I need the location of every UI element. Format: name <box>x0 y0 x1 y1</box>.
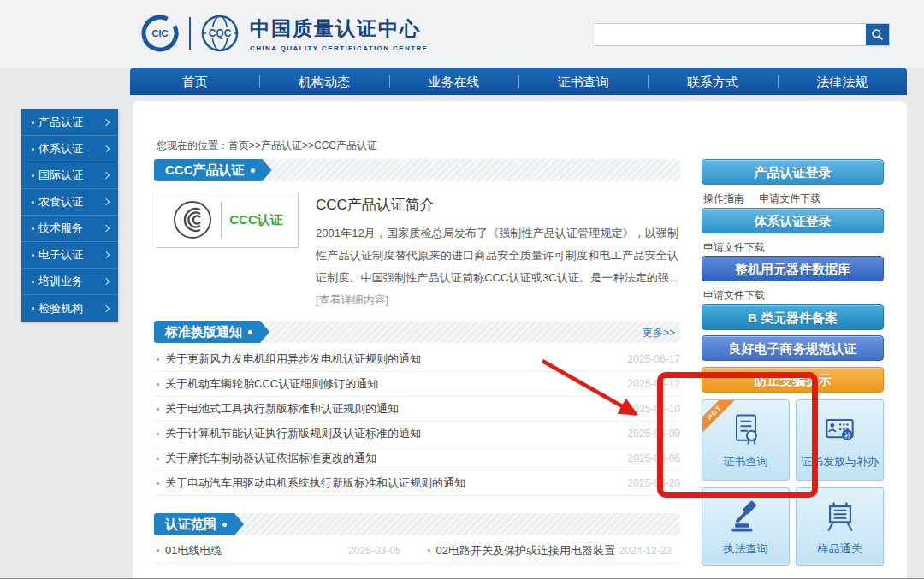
ccc-mark-label: CCC认证 <box>229 212 283 228</box>
bullet-icon <box>157 549 159 552</box>
product-cert-login-button[interactable]: 产品认证登录 <box>702 159 884 185</box>
sample-clearance-card[interactable]: 样品通关 <box>796 487 884 566</box>
search-input[interactable] <box>595 24 866 45</box>
certificate-issue-icon: 补 <box>821 411 859 448</box>
logo-divider <box>189 17 191 50</box>
cert-issue-reissue-card[interactable]: 补 证书发放与补办 <box>796 399 884 481</box>
sidebar-item-label: 国际认证 <box>38 168 83 183</box>
nav-item-home[interactable]: 首页 <box>130 68 259 95</box>
breadcrumb-path[interactable]: 首页>>产品认证>>CCC产品认证 <box>228 139 377 151</box>
ecommerce-cert-button[interactable]: 良好电子商务规范认证 <box>702 335 884 361</box>
sidebar-item-system-cert[interactable]: 体系认证 <box>21 136 118 162</box>
sidebar-item-label: 农食认证 <box>38 194 83 210</box>
sidebar-item-electronic-cert[interactable]: 电子认证 <box>21 242 118 269</box>
notice-row[interactable]: 关于电池式工具执行新版标准和认证规则的通知 2025-06-10 <box>154 397 680 422</box>
section-bar-notice: 标准换版通知 更多>> <box>154 321 680 343</box>
org-titles: 中国质量认证中心 CHINA QUALITY CERTIFICATION CEN… <box>250 15 428 52</box>
notice-title: 关于摩托车制动器认证依据标准更改的通知 <box>165 451 376 466</box>
component-database-button[interactable]: 整机用元器件数据库 <box>702 256 884 281</box>
notice-row[interactable]: 关于电动汽车用驱动电机系统执行新版标准和认证规则的通知 2025-05-20 <box>154 471 680 496</box>
notice-title: 关于电池式工具执行新版标准和认证规则的通知 <box>165 401 399 417</box>
scope-date: 2025-03-05 <box>348 545 409 557</box>
notice-date: 2025-06-12 <box>628 378 680 390</box>
nav-item-cert-query[interactable]: 证书查询 <box>518 68 648 95</box>
sidebar-item-product-cert[interactable]: 产品认证 <box>21 109 118 136</box>
sidebar-item-inspection[interactable]: 检验机构 <box>21 295 118 322</box>
nav-item-contact[interactable]: 联系方式 <box>648 68 777 95</box>
system-cert-login-button[interactable]: 体系认证登录 <box>702 208 884 233</box>
intro-title: CCC产品认证简介 <box>316 195 678 215</box>
more-link[interactable]: 更多>> <box>643 326 675 340</box>
scope-row: 01电线电缆 2025-03-05 02电路开关及保护或连接用电器装置 2024… <box>154 539 680 563</box>
view-details-link[interactable]: [查看详细内容] <box>316 293 388 306</box>
notice-row[interactable]: 关于更新风力发电机组用异步发电机认证规则的通知 2025-06-17 <box>154 347 680 372</box>
site-header: CIC CQC 中国质量认证中心 CHINA QUALITY CERTIFICA… <box>0 0 924 68</box>
bullet-icon <box>157 383 159 386</box>
left-sidebar: 产品认证 体系认证 国际认证 农食认证 技术服务 电子认证 <box>21 109 118 322</box>
notice-title: 关于机动车辆轮胎CCC认证细则修订的通知 <box>165 376 378 392</box>
scope-title: 02电路开关及保护或连接用电器装置 <box>436 543 615 558</box>
section-bar-scope: 认证范围 <box>154 513 680 535</box>
sidebar-item-agrifood-cert[interactable]: 农食认证 <box>21 189 118 216</box>
bullet-icon <box>157 482 159 485</box>
main-nav: 首页 机构动态 业务在线 证书查询 联系方式 法律法规 <box>130 68 907 95</box>
card-label: 执法查询 <box>724 541 768 557</box>
chevron-right-icon <box>103 198 110 205</box>
notice-row[interactable]: 关于机动车辆轮胎CCC认证细则修订的通知 2025-06-12 <box>154 372 680 397</box>
anti-fraud-button[interactable]: 防止受骗提示 <box>702 367 884 393</box>
breadcrumb: 您现在的位置：首页>>产品认证>>CCC产品认证 <box>157 139 377 153</box>
chevron-right-icon <box>103 278 110 285</box>
b-class-component-button[interactable]: B 类元器件备案 <box>702 304 884 330</box>
chevron-right-icon <box>103 145 110 152</box>
search-button[interactable] <box>866 24 889 45</box>
notice-list: 关于更新风力发电机组用异步发电机认证规则的通知 2025-06-17 关于机动车… <box>154 347 680 496</box>
law-enforcement-query-card[interactable]: 执法查询 <box>702 487 790 566</box>
scope-item[interactable]: 02电路开关及保护或连接用电器装置 2024-12-23 <box>425 539 681 562</box>
section-tab-ccc: CCC产品认证 <box>154 159 272 181</box>
operation-guide-link[interactable]: 操作指南 <box>703 192 744 204</box>
tab-dot-icon <box>251 168 255 173</box>
sidebar-item-international-cert[interactable]: 国际认证 <box>21 162 118 189</box>
bullet-icon <box>32 281 34 283</box>
sidebar-item-label: 检验机构 <box>38 301 83 316</box>
breadcrumb-label: 您现在的位置： <box>157 139 228 151</box>
nav-item-business-online[interactable]: 业务在线 <box>389 68 518 95</box>
notice-row[interactable]: 关于摩托车制动器认证依据标准更改的通知 2025-06-06 <box>154 446 680 471</box>
notice-date: 2025-06-06 <box>628 452 680 464</box>
sidebar-item-training[interactable]: 培训业务 <box>21 269 118 295</box>
certificate-search-icon <box>727 411 765 448</box>
nav-item-laws[interactable]: 法律法规 <box>778 68 907 95</box>
bullet-icon <box>32 121 34 124</box>
section-tab-scope: 认证范围 <box>154 513 244 535</box>
quick-access-grid: HOT 证书查询 <box>702 399 884 566</box>
notice-date: 2025-06-10 <box>628 403 680 415</box>
image-divider <box>221 202 222 238</box>
section-tab-notice: 标准换版通知 <box>154 321 270 343</box>
section-title-ccc: CCC产品认证 <box>165 162 245 179</box>
tab-dot-icon <box>222 523 227 527</box>
intro-content: CCC产品认证简介 2001年12月，国家质检总局发布了《强制性产品认证管理规定… <box>316 195 678 311</box>
notice-title: 关于计算机节能认证执行新版规则及认证标准的通知 <box>165 426 421 441</box>
ccic-logo-icon: CIC <box>139 13 181 54</box>
chevron-right-icon <box>103 119 110 126</box>
notice-date: 2025-06-09 <box>628 428 680 440</box>
link-row: 申请文件下载 <box>703 288 765 303</box>
application-download-link[interactable]: 申请文件下载 <box>703 241 765 253</box>
sidebar-item-tech-service[interactable]: 技术服务 <box>21 216 118 242</box>
notice-title: 关于电动汽车用驱动电机系统执行新版标准和认证规则的通知 <box>165 476 465 491</box>
application-download-link[interactable]: 申请文件下载 <box>703 289 765 301</box>
nav-item-news[interactable]: 机构动态 <box>259 68 388 95</box>
scope-item[interactable]: 01电线电缆 2025-03-05 <box>154 539 410 562</box>
intro-text-body: 2001年12月，国家质检总局发布了《强制性产品认证管理规定》，以强制性产品认证… <box>316 227 678 284</box>
cert-query-card[interactable]: HOT 证书查询 <box>702 399 790 481</box>
cqc-logo-icon: CQC <box>198 13 241 54</box>
tab-dot-icon <box>248 330 252 334</box>
application-download-link[interactable]: 申请文件下载 <box>759 192 820 204</box>
link-row: 操作指南 申请文件下载 <box>703 192 820 206</box>
gavel-icon <box>727 498 765 535</box>
search-box <box>595 23 890 46</box>
bullet-icon <box>157 358 159 361</box>
notice-row[interactable]: 关于计算机节能认证执行新版规则及认证标准的通知 2025-06-09 <box>154 422 680 446</box>
right-panel: 产品认证登录 操作指南 申请文件下载 体系认证登录 申请文件下载 整机用元器件数… <box>702 159 884 566</box>
chevron-right-icon <box>103 172 110 179</box>
